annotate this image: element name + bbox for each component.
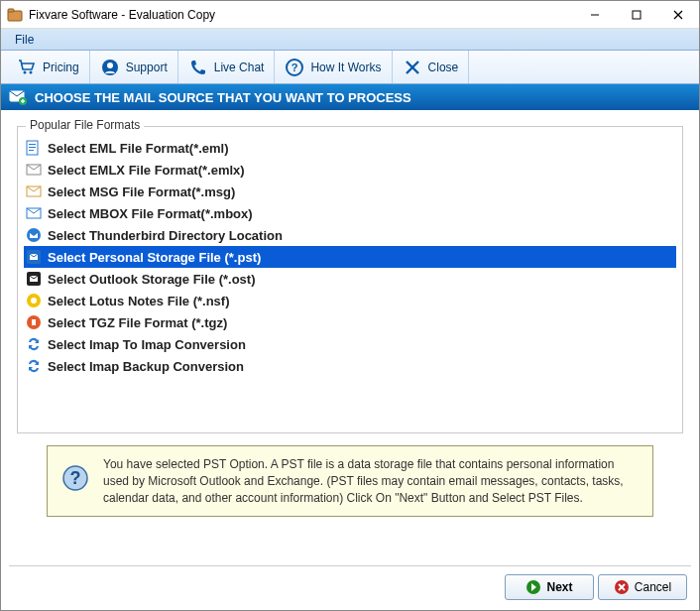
titlebar: Fixvare Software - Evaluation Copy (1, 1, 699, 29)
thunderbird-icon (26, 227, 42, 243)
info-box: ? You have selected PST Option. A PST fi… (47, 445, 653, 517)
format-imapbackup[interactable]: Select Imap Backup Conversion (24, 355, 676, 377)
banner: CHOOSE THE MAIL SOURCE THAT YOU WANT TO … (1, 84, 699, 110)
svg-point-7 (30, 70, 33, 73)
format-pst[interactable]: Select Personal Storage File (*.pst) (24, 246, 676, 268)
svg-text:?: ? (292, 61, 298, 73)
support-label: Support (126, 61, 168, 74)
format-emlx[interactable]: Select EMLX File Format(*.emlx) (24, 159, 676, 181)
question-icon: ? (285, 58, 304, 77)
info-text: You have selected PST Option. A PST file… (103, 456, 639, 506)
cancel-label: Cancel (635, 580, 671, 594)
minimize-button[interactable] (574, 1, 616, 29)
banner-text: CHOOSE THE MAIL SOURCE THAT YOU WANT TO … (35, 90, 411, 105)
format-eml[interactable]: Select EML File Format(*.eml) (24, 137, 676, 159)
cancel-icon (614, 579, 630, 595)
livechat-button[interactable]: Live Chat (178, 51, 276, 83)
format-label: Select Imap Backup Conversion (48, 359, 244, 374)
headset-icon (100, 58, 120, 77)
svg-text:?: ? (70, 468, 81, 488)
howitworks-label: How It Works (310, 61, 381, 74)
svg-rect-19 (29, 144, 36, 145)
svg-rect-3 (633, 11, 641, 19)
svg-point-25 (27, 228, 41, 242)
format-label: Select TGZ File Format (*.tgz) (48, 315, 227, 330)
pst-icon (26, 249, 42, 265)
format-list: Select EML File Format(*.eml) Select EML… (24, 137, 676, 377)
pricing-button[interactable]: Pricing (7, 51, 90, 83)
nsf-icon (26, 293, 42, 308)
cart-icon (17, 58, 37, 77)
main-area: Popular File Formats Select EML File For… (1, 110, 699, 544)
format-mbox[interactable]: Select MBOX File Format(*.mbox) (24, 202, 676, 224)
tgz-icon (26, 314, 42, 330)
format-label: Select Personal Storage File (*.pst) (48, 250, 261, 265)
howitworks-button[interactable]: ? How It Works (275, 51, 392, 83)
svg-point-31 (31, 298, 37, 304)
maximize-button[interactable] (616, 1, 657, 29)
window-controls (574, 1, 699, 29)
format-nsf[interactable]: Select Lotus Notes File (*.nsf) (24, 290, 676, 311)
imap-sync-icon (26, 336, 42, 352)
close-toolbar-button[interactable]: Close (393, 51, 470, 83)
emlx-icon (26, 162, 42, 178)
svg-rect-21 (29, 150, 34, 151)
svg-rect-20 (29, 147, 36, 148)
format-label: Select Lotus Notes File (*.nsf) (48, 294, 229, 308)
format-label: Select Imap To Imap Conversion (48, 337, 246, 352)
support-button[interactable]: Support (90, 51, 178, 83)
format-ost[interactable]: Select Outlook Storage File (*.ost) (24, 268, 676, 290)
next-button[interactable]: Next (505, 574, 594, 600)
pricing-label: Pricing (43, 61, 79, 74)
cancel-button[interactable]: Cancel (598, 574, 687, 600)
svg-rect-1 (8, 9, 14, 12)
menu-file[interactable]: File (7, 31, 42, 49)
menubar: File (1, 29, 699, 51)
eml-icon (26, 140, 42, 156)
svg-point-6 (24, 70, 27, 73)
format-label: Select MBOX File Format(*.mbox) (48, 206, 253, 221)
format-label: Select Thunderbird Directory Location (48, 228, 283, 243)
format-imap2imap[interactable]: Select Imap To Imap Conversion (24, 333, 676, 355)
next-label: Next (546, 580, 572, 594)
format-label: Select MSG File Format(*.msg) (48, 184, 235, 199)
divider (9, 565, 691, 566)
format-label: Select EMLX File Format(*.emlx) (48, 163, 245, 178)
formats-fieldset: Popular File Formats Select EML File For… (17, 126, 683, 433)
x-icon (403, 58, 422, 77)
mbox-icon (26, 205, 42, 221)
msg-icon (26, 183, 42, 199)
toolbar: Pricing Support Live Chat ? How It Works… (1, 51, 699, 84)
info-question-icon: ? (61, 464, 89, 492)
footer: Next Cancel (505, 574, 687, 600)
livechat-label: Live Chat (214, 61, 265, 74)
mail-plus-icon (9, 88, 27, 106)
format-thunderbird[interactable]: Select Thunderbird Directory Location (24, 224, 676, 246)
svg-point-9 (107, 62, 113, 68)
phone-icon (188, 58, 208, 77)
imap-backup-icon (26, 358, 42, 374)
close-window-button[interactable] (657, 1, 699, 29)
close-label: Close (428, 61, 459, 74)
svg-rect-33 (32, 319, 36, 325)
app-icon (7, 7, 23, 23)
fieldset-legend: Popular File Formats (26, 118, 144, 132)
ost-icon (26, 271, 42, 287)
window-title: Fixvare Software - Evaluation Copy (29, 8, 574, 22)
format-msg[interactable]: Select MSG File Format(*.msg) (24, 181, 676, 202)
format-label: Select EML File Format(*.eml) (48, 141, 229, 156)
arrow-right-icon (525, 579, 541, 595)
format-label: Select Outlook Storage File (*.ost) (48, 272, 255, 287)
format-tgz[interactable]: Select TGZ File Format (*.tgz) (24, 311, 676, 333)
